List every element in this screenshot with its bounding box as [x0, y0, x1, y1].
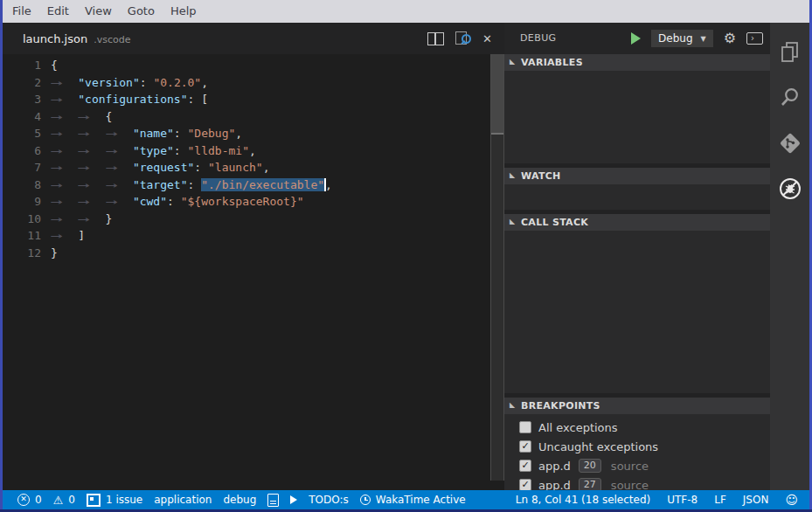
todo-status[interactable]: TODO:s	[309, 494, 349, 506]
error-count: 0	[35, 494, 42, 506]
section-header-breakpoints[interactable]: ◣ BREAKPOINTS	[504, 398, 770, 414]
code-segment	[78, 211, 105, 228]
code-segment: {	[106, 110, 113, 123]
code-segment: :	[188, 178, 202, 191]
checkbox-checked-icon[interactable]: ✓	[519, 440, 531, 453]
search-icon[interactable]	[770, 80, 809, 115]
configure-gear-icon[interactable]: ⚙	[724, 31, 736, 45]
watch-body[interactable]	[504, 184, 770, 210]
code-segment	[78, 176, 105, 194]
breakpoints-body: All exceptions✓Uncaught exceptions✓app.d…	[504, 414, 770, 490]
open-preview-icon[interactable]	[455, 31, 471, 45]
document-status[interactable]	[267, 494, 279, 507]
explorer-files-icon[interactable]	[770, 35, 809, 70]
breakpoint-row[interactable]: ✓app.d20source	[504, 456, 770, 475]
code-segment	[51, 193, 78, 211]
checkbox-checked-icon[interactable]: ✓	[519, 479, 531, 491]
code-segment: ,	[325, 178, 332, 191]
activity-bar	[770, 23, 809, 490]
menu-item-goto[interactable]: Goto	[120, 0, 163, 23]
wakatime-label: WakaTime Active	[376, 494, 466, 506]
project-status[interactable]: application	[154, 494, 212, 506]
code-segment	[51, 211, 78, 228]
variables-body[interactable]	[504, 71, 770, 163]
close-editor-icon[interactable]: ✕	[482, 33, 492, 45]
line-number: 8	[3, 176, 41, 194]
code-segment: "type"	[133, 144, 174, 157]
debug-toolbar: Debug ▼ ⚙ ›	[631, 23, 763, 54]
code-segment: :	[167, 195, 181, 208]
warning-status[interactable]: ⚠ 0	[53, 494, 75, 506]
checkbox-unchecked-icon[interactable]	[519, 421, 531, 433]
code-line-8: 8"target": "./bin/executable",	[3, 176, 490, 194]
start-debug-icon[interactable]	[631, 32, 641, 45]
debug-console-icon[interactable]: ›	[746, 32, 763, 45]
warning-icon: ⚠	[53, 495, 64, 506]
code-segment: ,	[263, 161, 270, 174]
git-scm-icon[interactable]	[770, 126, 809, 161]
code-segment: "Debug"	[188, 127, 236, 140]
breakpoint-row[interactable]: All exceptions	[504, 418, 770, 437]
menu-item-view[interactable]: View	[77, 0, 120, 23]
code-segment: }	[106, 212, 113, 225]
project-label: application	[154, 494, 212, 506]
code-segment	[78, 142, 105, 160]
run-status[interactable]	[290, 495, 297, 504]
code-segment	[51, 91, 78, 108]
section-header-call-stack[interactable]: ◣ CALL STACK	[504, 214, 770, 231]
language-mode-status[interactable]: JSON	[743, 494, 769, 506]
code-segment	[51, 125, 78, 142]
debug-config-dropdown[interactable]: Debug ▼	[651, 30, 713, 47]
feedback-status[interactable]: ☺	[785, 494, 798, 506]
code-line-10: 10}	[3, 211, 490, 228]
code-line-7: 7"request": "launch",	[3, 159, 490, 176]
code-line-1: 1{	[3, 57, 490, 74]
error-icon: ✕	[17, 494, 30, 506]
editor-scrollbar-thumb[interactable]	[491, 54, 503, 135]
menu-item-edit[interactable]: Edit	[39, 0, 77, 23]
workbench: launch.json .vscode ✕ 1{2"version": "0.2…	[3, 23, 809, 490]
debug-sidebar: DEBUG Debug ▼ ⚙ › ◣ VARIABLES ◣ WATC	[504, 23, 770, 490]
chevron-down-icon: ▼	[701, 35, 706, 43]
debug-disabled-icon[interactable]	[770, 171, 809, 206]
cursor-position-label: Ln 8, Col 41 (18 selected)	[516, 494, 650, 506]
code-segment	[106, 142, 133, 160]
editor-group: launch.json .vscode ✕ 1{2"version": "0.2…	[3, 23, 504, 490]
code-segment: ]	[78, 229, 85, 242]
cursor-position-status[interactable]: Ln 8, Col 41 (18 selected)	[516, 494, 650, 506]
menu-item-help[interactable]: Help	[163, 0, 205, 23]
split-editor-icon[interactable]	[427, 32, 444, 45]
code-segment: "request"	[133, 161, 194, 174]
encoding-label: UTF-8	[667, 494, 697, 506]
breakpoint-label: All exceptions	[538, 421, 618, 434]
breakpoint-row[interactable]: ✓Uncaught exceptions	[504, 437, 770, 456]
encoding-status[interactable]: UTF-8	[667, 494, 697, 506]
eol-status[interactable]: LF	[714, 494, 726, 506]
line-number: 4	[3, 108, 41, 126]
section-header-variables[interactable]: ◣ VARIABLES	[504, 54, 770, 71]
code-segment: "launch"	[208, 161, 263, 174]
code-segment: {	[51, 59, 58, 72]
tab-launch-json[interactable]: launch.json .vscode	[23, 23, 130, 54]
debug-panel-title: DEBUG	[520, 23, 557, 54]
build-config-status[interactable]: debug	[223, 494, 256, 506]
error-status[interactable]: ✕ 0	[17, 494, 42, 506]
code-editor[interactable]: 1{2"version": "0.2.0",3"configurations":…	[3, 54, 490, 490]
section-label-call-stack: CALL STACK	[521, 217, 588, 228]
issues-status[interactable]: 1 issue	[87, 494, 142, 507]
section-header-watch[interactable]: ◣ WATCH	[504, 168, 770, 184]
line-number: 6	[3, 142, 41, 160]
line-number: 11	[3, 227, 41, 245]
debug-config-label: Debug	[658, 32, 692, 45]
code-segment: :	[174, 127, 188, 140]
section-label-watch: WATCH	[521, 170, 561, 182]
editor-scrollbar[interactable]	[490, 54, 504, 481]
status-bar-right: Ln 8, Col 41 (18 selected) UTF-8 LF JSON…	[516, 494, 809, 506]
call-stack-body[interactable]	[504, 231, 770, 393]
twistie-icon: ◣	[510, 402, 515, 409]
menu-item-file[interactable]: File	[4, 0, 39, 23]
checkbox-checked-icon[interactable]: ✓	[519, 460, 531, 472]
selected-text: "./bin/executable"	[201, 178, 324, 191]
play-icon	[290, 495, 297, 504]
wakatime-status[interactable]: WakaTime Active	[360, 494, 466, 506]
